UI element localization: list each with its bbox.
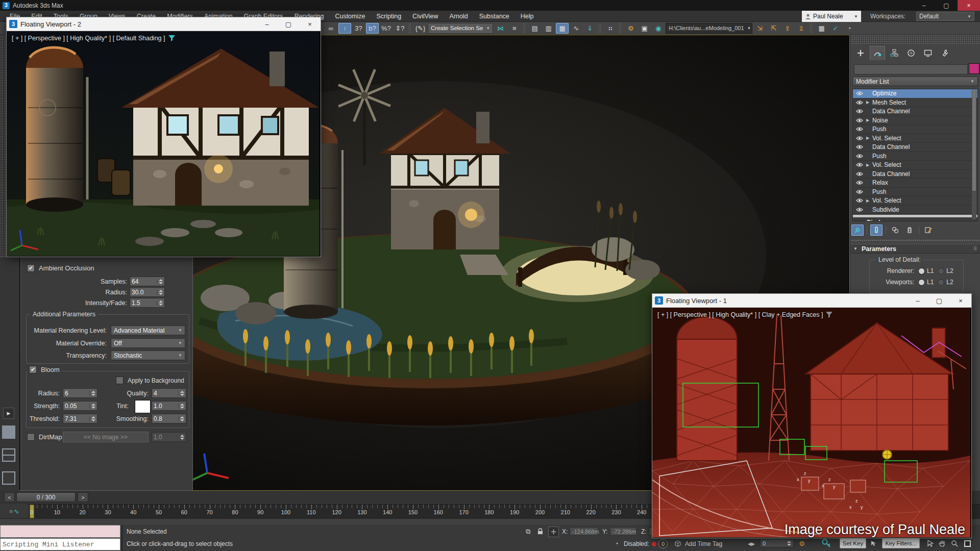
save-file-icon[interactable]: ▦: [815, 23, 828, 34]
modifier-row[interactable]: Push: [853, 152, 977, 161]
spinner[interactable]: [157, 279, 163, 284]
modifier-visibility-eye-icon[interactable]: [853, 162, 866, 167]
show-end-result-icon[interactable]: [870, 224, 883, 236]
user-account-menu[interactable]: Paul Neale ▼: [802, 11, 861, 22]
zoom-region-icon[interactable]: [949, 538, 960, 548]
next-frame-button[interactable]: >: [78, 492, 88, 502]
add-time-tag[interactable]: Add Time Tag: [685, 540, 722, 547]
render-setup-icon[interactable]: ⚙: [624, 23, 637, 34]
object-color-swatch[interactable]: [969, 63, 979, 74]
keying-options-gear-icon[interactable]: ⚙: [797, 539, 806, 548]
menu-item-arnold[interactable]: Arnold: [444, 11, 474, 22]
schematic-view-icon[interactable]: ⇓: [583, 23, 596, 34]
radio-l1[interactable]: [918, 268, 925, 274]
absolute-offset-toggle-icon[interactable]: ✛: [548, 527, 559, 537]
radio-l2[interactable]: [938, 279, 944, 286]
window-close-button[interactable]: ×: [958, 0, 980, 11]
fv2-titlebar[interactable]: 3 Floating Viewport - 2 – ▢ ×: [7, 17, 321, 31]
select-arrow-icon[interactable]: [925, 538, 935, 548]
bloom-radius-field[interactable]: 6: [63, 388, 97, 398]
modifier-row[interactable]: ▶Vol. Select: [853, 161, 977, 170]
mirror-icon[interactable]: ⋈: [494, 23, 507, 34]
fv1-minimize-button[interactable]: –: [907, 294, 928, 307]
key-filters-button[interactable]: Key Filters...: [882, 538, 920, 548]
dirtmap-checkbox[interactable]: ✔: [27, 433, 35, 441]
select-and-link-icon[interactable]: ∞: [325, 23, 337, 34]
modifier-visibility-eye-icon[interactable]: [853, 154, 866, 159]
time-config-icon[interactable]: ◔: [612, 539, 621, 548]
tab-display[interactable]: [920, 46, 936, 60]
pan-hand-icon[interactable]: [937, 538, 947, 548]
menu-item-substance[interactable]: Substance: [474, 11, 515, 22]
expand-arrow-icon[interactable]: ▶: [866, 136, 872, 140]
align-icon[interactable]: ≡: [508, 23, 521, 34]
y-coordinate-field[interactable]: -72.286m: [610, 527, 636, 536]
named-selection-sets-field[interactable]: Create Selection Se▼: [428, 23, 493, 34]
samples-field[interactable]: 64: [130, 277, 165, 286]
particle-view-icon[interactable]: ⠶: [604, 23, 617, 34]
bloom-checkbox[interactable]: ✔: [29, 366, 37, 373]
menu-item-scripting[interactable]: Scripting: [371, 11, 407, 22]
modifier-row[interactable]: Data Channel: [853, 107, 977, 116]
mini-curve-editor-button[interactable]: ≡∿: [0, 504, 29, 518]
panel-splitter[interactable]: [850, 239, 980, 242]
ambient-occlusion-checkbox[interactable]: ✔: [27, 264, 35, 272]
flyout-expand-button[interactable]: ▶: [3, 408, 14, 419]
modifier-visibility-eye-icon[interactable]: [853, 91, 866, 96]
expand-arrow-icon[interactable]: ▶: [866, 163, 872, 167]
x-coordinate-field[interactable]: -124.868m: [570, 527, 598, 536]
remove-modifier-icon[interactable]: [903, 224, 916, 236]
tint-strength-field[interactable]: 1.0: [152, 401, 186, 411]
maximize-viewport-toggle-icon[interactable]: [962, 538, 973, 548]
macro-record-icon[interactable]: {✎}: [414, 23, 427, 34]
isolate-selection-icon[interactable]: ⧉: [523, 527, 533, 536]
modifier-visibility-eye-icon[interactable]: [853, 171, 866, 177]
parameters-rollout-header[interactable]: ▼ Parameters ⠿: [850, 244, 980, 254]
modifier-row[interactable]: Data Channel: [853, 143, 977, 152]
fv2-minimize-button[interactable]: –: [256, 17, 278, 31]
dirtmap-strength-field[interactable]: 1.0: [152, 432, 186, 442]
rendered-frame-icon[interactable]: ▣: [638, 23, 651, 34]
smoothing-field[interactable]: 0.8: [152, 414, 186, 423]
stack-scrollbar[interactable]: [972, 90, 976, 219]
fv2-scene[interactable]: [7, 31, 320, 256]
menu-item-customize[interactable]: Customize: [329, 11, 371, 22]
modifier-visibility-eye-icon[interactable]: [853, 109, 866, 114]
modifier-row[interactable]: ▶Vol. Select: [853, 196, 977, 206]
transparency-dropdown[interactable]: Stochastic▼: [111, 350, 185, 360]
fv1-titlebar[interactable]: 3 Floating Viewport - 1 – ▢ ×: [652, 294, 971, 308]
set-keys-key-icon[interactable]: [820, 538, 833, 549]
tab-motion[interactable]: [903, 46, 919, 60]
tab-utilities[interactable]: [937, 46, 952, 60]
fv1-close-button[interactable]: ×: [950, 294, 971, 307]
modifier-row[interactable]: Optimize: [853, 89, 977, 98]
modifier-visibility-eye-icon[interactable]: [853, 189, 866, 194]
render-production-icon[interactable]: ◉: [652, 23, 665, 34]
modifier-list-dropdown[interactable]: Modifier List▼: [852, 77, 978, 86]
project-path-field[interactable]: H:\Clients\au...eModeling_001▼: [666, 23, 752, 34]
check-icon[interactable]: ✓: [829, 23, 842, 34]
radio-l2[interactable]: [938, 268, 944, 274]
save-incremental-icon[interactable]: ⇪: [781, 23, 794, 34]
window-minimize-button[interactable]: –: [913, 0, 935, 11]
spiral-icon[interactable]: ◔: [843, 23, 855, 34]
modifier-visibility-eye-icon[interactable]: [853, 118, 866, 123]
spinner[interactable]: [157, 300, 163, 306]
viewport-layout-tab-1[interactable]: [2, 425, 15, 439]
modifier-visibility-eye-icon[interactable]: [853, 127, 866, 132]
toolbar-drag-handle[interactable]: [0, 35, 5, 257]
radio-l1[interactable]: [918, 279, 925, 286]
quality-field[interactable]: 4: [152, 388, 186, 398]
modifier-row[interactable]: ▶Noise: [853, 116, 977, 126]
dirtmap-image-button[interactable]: << No image >>: [63, 432, 149, 442]
key-cursor-icon[interactable]: [869, 538, 879, 548]
fv1-scene[interactable]: zxy zxy zxy: [652, 308, 970, 537]
modifier-row[interactable]: Data Channel: [853, 170, 977, 179]
modifier-row[interactable]: ▶Vol. Select: [853, 134, 977, 143]
fv1-maximize-button[interactable]: ▢: [928, 294, 950, 307]
ribbon-toggle-icon[interactable]: ▦: [556, 23, 569, 34]
tab-create[interactable]: [853, 46, 868, 60]
workspace-dropdown[interactable]: Default ▼: [916, 12, 974, 21]
scene-explorer-icon[interactable]: ▤: [528, 23, 541, 34]
modifier-visibility-eye-icon[interactable]: [853, 180, 866, 185]
